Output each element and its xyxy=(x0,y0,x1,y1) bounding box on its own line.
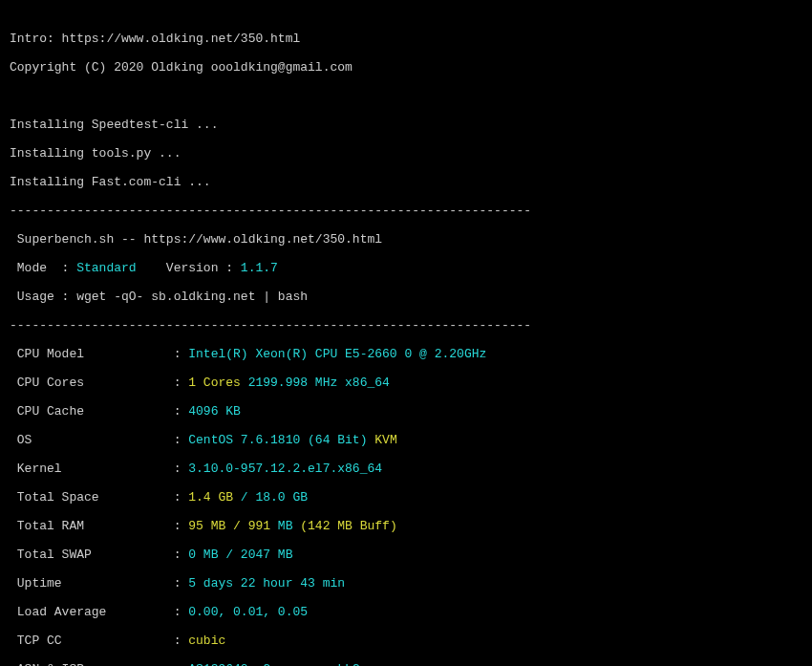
tcpcc-value: cubic xyxy=(188,634,225,648)
kernel-value: 3.10.0-957.12.2.el7.x86_64 xyxy=(188,462,382,476)
cpu-cache-value: 4096 KB xyxy=(188,404,241,419)
asn-value: AS139640, Cnservers LLC xyxy=(188,662,359,666)
ram-line: Total RAM : 95 MB / 991 MB (142 MB Buff) xyxy=(10,519,802,533)
version-value: 1.1.7 xyxy=(241,261,278,275)
ram-used: 95 MB / 991 xyxy=(188,519,278,533)
space-total: 18.0 GB xyxy=(255,490,308,505)
cpu-cache-line: CPU Cache : 4096 KB xyxy=(10,404,802,419)
asn-line: ASN & ISP : AS139640, Cnservers LLC xyxy=(10,662,802,666)
copyright-line: Copyright (C) 2020 Oldking oooldking@gma… xyxy=(10,60,802,75)
ram-buff: (142 MB Buff) xyxy=(300,519,396,533)
uptime-line: Uptime : 5 days 22 hour 43 min xyxy=(10,576,802,591)
cpu-cores-line: CPU Cores : 1 Cores 2199.998 MHz x86_64 xyxy=(10,376,802,390)
usage-line: Usage : wget -qO- sb.oldking.net | bash xyxy=(10,290,802,304)
os-line: OS : CentOS 7.6.1810 (64 Bit) KVM xyxy=(10,433,802,447)
os-value: CentOS 7.6.1810 (64 Bit) xyxy=(188,433,374,447)
install-line: Installing Speedtest-cli ... xyxy=(10,118,802,132)
mode-value: Standard xyxy=(76,261,136,275)
terminal-output: Intro: https://www.oldking.net/350.html … xyxy=(0,0,812,666)
separator-line: ----------------------------------------… xyxy=(10,204,802,218)
swap-value: 0 MB / 2047 MB xyxy=(188,548,292,562)
tcpcc-line: TCP CC : cubic xyxy=(10,634,802,648)
load-value: 0.00, 0.01, 0.05 xyxy=(188,605,308,619)
separator-line: ----------------------------------------… xyxy=(10,318,802,333)
cpu-cores-value: 1 Cores xyxy=(188,376,247,390)
cpu-model-value: Intel(R) Xeon(R) CPU E5-2660 0 @ 2.20GHz xyxy=(188,347,486,361)
load-line: Load Average : 0.00, 0.01, 0.05 xyxy=(10,605,802,619)
space-line: Total Space : 1.4 GB / 18.0 GB xyxy=(10,490,802,505)
install-line: Installing tools.py ... xyxy=(10,146,802,161)
blank-line xyxy=(10,89,802,103)
space-used: 1.4 GB xyxy=(188,490,241,505)
virt-value: KVM xyxy=(374,433,396,447)
kernel-line: Kernel : 3.10.0-957.12.2.el7.x86_64 xyxy=(10,462,802,476)
swap-line: Total SWAP : 0 MB / 2047 MB xyxy=(10,548,802,562)
mode-line: Mode : Standard Version : 1.1.7 xyxy=(10,261,802,275)
intro-line: Intro: https://www.oldking.net/350.html xyxy=(10,32,802,46)
title-line: Superbench.sh -- https://www.oldking.net… xyxy=(10,232,802,247)
uptime-value: 5 days 22 hour 43 min xyxy=(188,576,345,591)
cpu-model-line: CPU Model : Intel(R) Xeon(R) CPU E5-2660… xyxy=(10,347,802,361)
install-line: Installing Fast.com-cli ... xyxy=(10,175,802,189)
